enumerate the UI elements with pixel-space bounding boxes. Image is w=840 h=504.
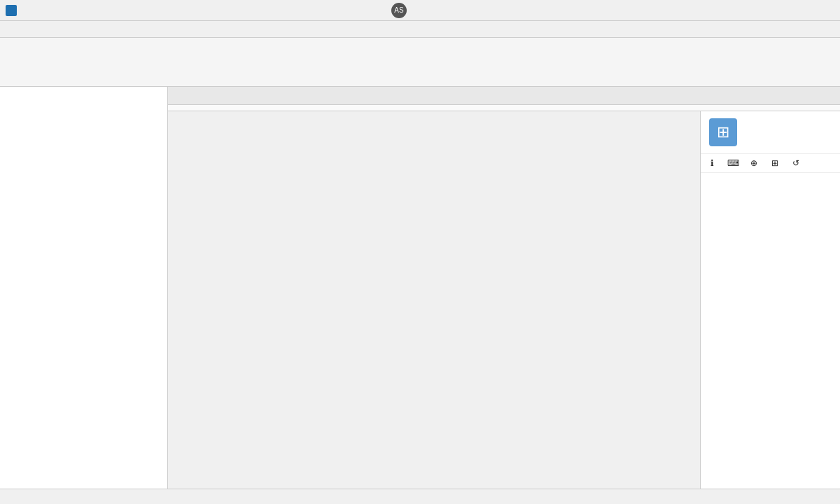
close-button[interactable] <box>815 3 834 18</box>
props-body <box>701 173 840 489</box>
main: ⊞ ℹ ⌨ ⊕ ⊞ ↺ <box>0 87 840 489</box>
table-area: ⊞ ℹ ⌨ ⊕ ⊞ ↺ <box>168 111 840 489</box>
table-main <box>168 111 700 489</box>
app-logo <box>6 5 17 16</box>
user-area: AS <box>387 3 407 18</box>
titlebar: AS <box>0 0 840 21</box>
props-split-btn[interactable]: ⊞ <box>765 155 785 171</box>
toolbar <box>0 38 840 87</box>
tabs-bar <box>168 87 840 105</box>
avatar: AS <box>391 3 407 18</box>
statusbar <box>0 489 840 504</box>
minimize-button[interactable] <box>773 3 792 18</box>
sidebar <box>0 87 168 489</box>
props-toolbar: ℹ ⌨ ⊕ ⊞ ↺ <box>701 154 840 173</box>
content: ⊞ ℹ ⌨ ⊕ ⊞ ↺ <box>168 87 840 489</box>
props-ddl-btn[interactable]: ⌨ <box>723 155 743 171</box>
menubar <box>0 21 840 38</box>
props-refresh-btn[interactable]: ↺ <box>786 155 806 171</box>
properties-panel: ⊞ ℹ ⌨ ⊕ ⊞ ↺ <box>700 111 840 489</box>
maximize-button[interactable] <box>794 3 813 18</box>
props-header: ⊞ <box>701 111 840 154</box>
titlebar-controls <box>773 3 834 18</box>
titlebar-left <box>6 5 21 16</box>
props-depend-btn[interactable]: ⊕ <box>744 155 764 171</box>
props-info-btn[interactable]: ℹ <box>702 155 722 171</box>
object-toolbar <box>168 105 840 111</box>
props-icon: ⊞ <box>709 118 737 146</box>
